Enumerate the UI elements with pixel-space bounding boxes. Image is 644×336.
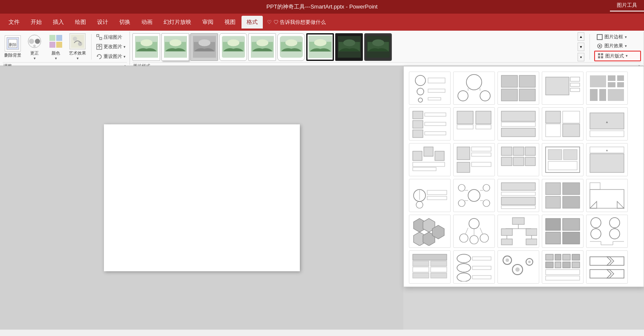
svg-point-36 [285,40,297,46]
svg-rect-180 [413,273,429,278]
styles-expand[interactable]: ▾ [578,53,584,61]
svg-point-61 [480,91,490,101]
svg-rect-140 [546,183,561,195]
svg-marker-204 [590,257,614,265]
panel-item-caption-box[interactable] [453,107,495,141]
change-pic-button[interactable]: 更改图片 ▾ [95,43,127,51]
panel-item-strip-layout[interactable] [497,179,539,212]
panel-item-titled-matrix[interactable] [542,107,584,141]
svg-rect-16 [100,37,102,40]
panel-item-titled-pic2[interactable]: ▲ [586,143,628,176]
style-thumb-7[interactable] [306,33,334,61]
svg-point-13 [73,37,77,41]
menu-animation[interactable]: 动画 [136,16,158,29]
svg-rect-107 [472,153,491,156]
svg-point-21 [141,40,152,46]
panel-item-hex-cluster[interactable] [409,215,451,248]
svg-point-126 [416,201,423,208]
svg-rect-114 [513,157,524,166]
panel-item-oval-list[interactable] [453,250,495,284]
panel-item-single-frame[interactable] [542,72,584,105]
style-thumb-6[interactable] [277,33,305,61]
panel-item-dark-grid[interactable] [542,215,584,248]
style-thumb-5[interactable] [248,33,276,61]
svg-point-154 [480,234,489,242]
panel-item-grid-matrix[interactable] [497,143,539,176]
svg-rect-68 [546,77,569,95]
menu-search[interactable]: ♡ ♡ 告诉我你想要做什么 [267,19,326,26]
correct-button[interactable]: ⊙ 更正 ▾ [25,32,44,61]
svg-rect-197 [572,254,580,260]
svg-rect-52 [601,56,603,58]
svg-point-53 [415,75,426,86]
panel-item-process-flow[interactable] [409,179,451,212]
menu-file[interactable]: 文件 [3,16,25,29]
svg-rect-175 [413,254,447,260]
style-thumb-9[interactable] [364,33,392,61]
pic-border-button[interactable]: 图片边框 ▾ [594,32,641,41]
svg-rect-69 [570,77,580,81]
svg-point-151 [469,218,479,229]
svg-rect-100 [413,151,422,161]
menu-slideshow[interactable]: 幻灯片放映 [158,16,196,29]
pic-format-button[interactable]: 图片版式 ▾ [594,51,641,61]
style-thumb-1[interactable] [132,33,160,61]
reset-pic-button[interactable]: 重设图片 ▾ [95,52,127,61]
panel-item-bubble-list[interactable] [409,72,451,105]
menu-review[interactable]: 审阅 [197,16,218,29]
style-thumb-3[interactable] [190,33,218,61]
panel-item-data-table[interactable] [409,250,451,284]
panel-item-gear-list[interactable] [497,250,539,284]
panel-item-bending-pic[interactable] [409,143,451,176]
ribbon: 删除 删除背景 ⊙ 更正 [0,31,644,66]
menu-start[interactable]: 开始 [26,16,47,29]
svg-rect-161 [501,229,512,235]
panel-item-bubble-org[interactable] [453,215,495,248]
svg-point-60 [458,91,468,101]
panel-item-circle-list[interactable] [586,215,628,248]
compress-pic-button[interactable]: 压缩图片 [95,33,127,41]
menu-insert[interactable]: 插入 [48,16,69,29]
panel-item-frame-layout[interactable] [542,143,584,176]
svg-rect-124 [427,190,447,195]
svg-rect-96 [563,124,580,137]
styles-scroll-down[interactable]: ▼ [578,43,584,51]
menu-draw[interactable]: 绘图 [70,16,91,29]
menu-view[interactable]: 视图 [219,16,241,29]
panel-item-radial-cluster[interactable] [453,179,495,212]
pic-effect-button[interactable]: 图片效果 ▾ [594,41,641,50]
panel-item-grid-layout[interactable] [497,72,539,105]
svg-rect-187 [472,276,491,279]
panel-item-circle-connected[interactable] [453,72,495,105]
panel-item-landscape-caption[interactable]: ▲ [586,107,628,141]
panel-item-org-chart[interactable] [497,215,539,248]
remove-background-button[interactable]: 删除 删除背景 [3,32,23,61]
style-thumb-8[interactable] [335,33,363,61]
svg-rect-119 [548,161,577,170]
panel-item-quad-layout[interactable] [542,179,584,212]
panel-item-complex-grid[interactable] [542,250,584,284]
svg-rect-76 [617,82,624,87]
svg-line-155 [466,228,468,234]
svg-rect-145 [590,183,600,190]
menu-design[interactable]: 设计 [92,16,113,29]
svg-rect-106 [472,147,491,151]
color-button[interactable]: 颜色 ▾ [46,32,66,61]
style-thumb-4[interactable] [219,33,247,61]
art-effect-button[interactable]: 艺术效果 ▾ [67,32,88,61]
svg-rect-10 [49,42,55,48]
svg-rect-86 [457,111,473,124]
panel-item-mosaic[interactable] [586,72,628,105]
style-thumb-2[interactable] [161,33,189,61]
panel-item-arrow-layout[interactable] [586,250,628,284]
menu-format[interactable]: 格式 [242,16,263,29]
svg-text:删除: 删除 [9,43,17,47]
svg-rect-56 [428,78,445,83]
svg-rect-85 [425,132,446,135]
panel-item-monitor-list[interactable] [409,107,451,141]
styles-scroll-up[interactable]: ▲ [578,32,584,41]
panel-item-horizontal-caption[interactable] [497,107,539,141]
menu-transition[interactable]: 切换 [114,16,135,29]
panel-item-square-caption[interactable] [453,143,495,176]
panel-item-corner-tabs[interactable] [586,179,628,212]
